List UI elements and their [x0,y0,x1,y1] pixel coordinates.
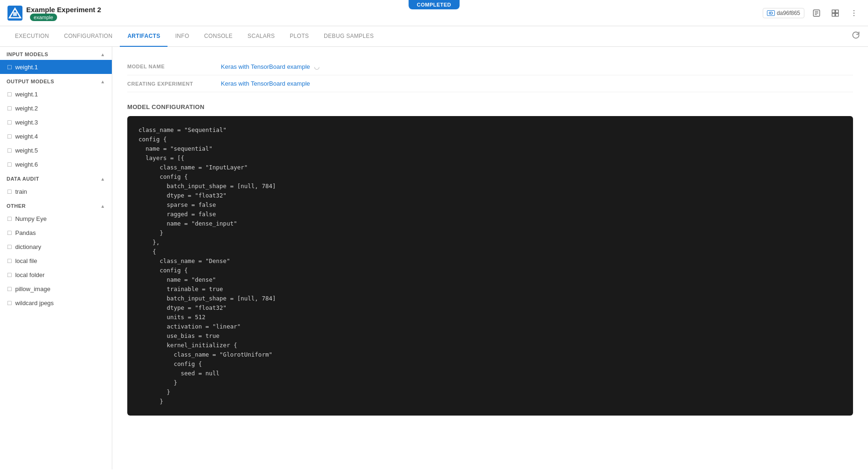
sidebar-section-data-audit[interactable]: DATA AUDIT ▲ [0,171,112,184]
sidebar-item-numpy-eye[interactable]: □ Numpy Eye [0,212,112,226]
sidebar-section-input-models[interactable]: INPUT MODELS ▲ [0,47,112,60]
svg-rect-9 [832,13,835,16]
creating-experiment-label: CREATING EXPERIMENT [127,75,221,92]
tab-scalars[interactable]: SCALARS [240,26,282,47]
file-icon: □ [7,188,11,195]
sidebar-item-label: weight.1 [15,91,37,98]
file-icon: □ [7,132,11,140]
sidebar-item-pandas[interactable]: □ Pandas [0,226,112,240]
sidebar-item-label: weight.4 [15,133,37,140]
notes-icon-button[interactable] [810,7,823,20]
sidebar-item-label: wildcard jpegs [15,300,53,307]
svg-rect-8 [836,10,839,13]
sidebar-item-weight1-out[interactable]: □ weight.1 [0,87,112,101]
sidebar-item-train[interactable]: □ train [0,184,112,198]
svg-point-12 [853,12,854,13]
tab-debug-samples[interactable]: DEBUG SAMPLES [316,26,381,47]
svg-rect-7 [832,10,835,13]
app-logo [7,6,22,21]
top-bar: Example Experiment 2 example COMPLETED I… [0,0,868,26]
file-icon: □ [7,215,11,222]
code-content: class_name = "Sequential" config { name … [139,125,842,406]
layout-icon-button[interactable] [829,7,842,20]
creating-experiment-value: Keras with TensorBoard example [221,75,853,92]
file-icon: □ [7,243,11,250]
file-icon: □ [7,257,11,264]
sidebar-item-weight3-out[interactable]: □ weight.3 [0,115,112,129]
creating-experiment-link[interactable]: Keras with TensorBoard example [221,80,310,87]
file-icon: □ [7,271,11,278]
completed-badge: COMPLETED [408,0,460,9]
sidebar-item-label: weight.6 [15,161,37,168]
top-bar-right: ID da96f865 [763,7,861,20]
copy-icon[interactable]: ◡ [314,63,320,70]
sidebar-item-label: local file [15,257,37,264]
tabs-bar: EXECUTION CONFIGURATION ARTIFACTS INFO C… [0,26,868,47]
sidebar-item-local-folder[interactable]: □ local folder [0,268,112,282]
tab-execution[interactable]: EXECUTION [7,26,57,47]
svg-rect-2 [13,12,17,16]
svg-point-11 [853,10,854,11]
file-icon: □ [7,90,11,98]
sidebar-item-label: train [15,188,27,195]
sidebar-item-label: weight.3 [15,119,37,126]
menu-icon-button[interactable] [847,7,861,20]
creating-experiment-row: CREATING EXPERIMENT Keras with TensorBoa… [127,75,853,92]
sidebar-item-weight6-out[interactable]: □ weight.6 [0,157,112,171]
model-name-label: MODEL NAME [127,58,221,75]
file-icon: □ [7,104,11,112]
id-label: ID [767,10,775,16]
tab-console[interactable]: CONSOLE [197,26,240,47]
sidebar-item-label: weight.2 [15,105,37,112]
sidebar-item-weight2-out[interactable]: □ weight.2 [0,101,112,115]
model-config-title: MODEL CONFIGURATION [127,103,853,110]
file-icon: □ [7,285,11,292]
sidebar-item-label: pillow_image [15,285,50,292]
experiment-title: Example Experiment 2 [26,6,101,14]
code-block[interactable]: class_name = "Sequential" config { name … [127,116,853,416]
sidebar-item-label: Pandas [15,229,36,236]
model-config-section: MODEL CONFIGURATION class_name = "Sequen… [127,103,853,416]
model-info-table: MODEL NAME Keras with TensorBoard exampl… [127,58,853,92]
sidebar-item-weight1-input[interactable]: □ weight.1 [0,60,112,74]
file-icon: □ [7,299,11,307]
main-layout: INPUT MODELS ▲ □ weight.1 OUTPUT MODELS … [0,47,868,469]
input-models-label: INPUT MODELS [7,51,48,57]
sidebar-item-label: dictionary [15,243,41,250]
tab-plots[interactable]: PLOTS [282,26,316,47]
id-value: da96f865 [777,10,800,16]
sidebar-item-dictionary[interactable]: □ dictionary [0,240,112,254]
tab-info[interactable]: INFO [168,26,197,47]
sidebar-item-pillow-image[interactable]: □ pillow_image [0,282,112,296]
other-chevron: ▲ [101,204,105,209]
refresh-icon-button[interactable] [851,30,861,42]
input-models-chevron: ▲ [101,52,105,57]
svg-point-13 [853,15,854,16]
sidebar-item-label: Numpy Eye [15,215,46,222]
file-icon: □ [7,63,11,71]
model-name-link[interactable]: Keras with TensorBoard example [221,63,310,70]
id-badge: ID da96f865 [763,8,804,18]
file-icon: □ [7,146,11,154]
sidebar-item-label: local folder [15,271,44,278]
file-icon: □ [7,161,11,168]
data-audit-chevron: ▲ [101,176,105,182]
tab-configuration[interactable]: CONFIGURATION [57,26,120,47]
example-badge: example [30,14,57,21]
sidebar-item-local-file[interactable]: □ local file [0,254,112,268]
sidebar-item-label: weight.1 [15,64,37,71]
other-label: OTHER [7,203,26,209]
data-audit-label: DATA AUDIT [7,176,39,182]
content-area: MODEL NAME Keras with TensorBoard exampl… [112,47,868,469]
file-icon: □ [7,118,11,126]
sidebar-item-wildcard-jpegs[interactable]: □ wildcard jpegs [0,296,112,310]
sidebar-item-weight5-out[interactable]: □ weight.5 [0,143,112,157]
sidebar-item-weight4-out[interactable]: □ weight.4 [0,129,112,143]
model-name-value: Keras with TensorBoard example ◡ [221,58,853,75]
sidebar-section-other[interactable]: OTHER ▲ [0,198,112,212]
sidebar-section-output-models[interactable]: OUTPUT MODELS ▲ [0,74,112,87]
tab-artifacts[interactable]: ARTIFACTS [120,26,168,47]
sidebar: INPUT MODELS ▲ □ weight.1 OUTPUT MODELS … [0,47,112,469]
output-models-label: OUTPUT MODELS [7,79,54,84]
model-name-row: MODEL NAME Keras with TensorBoard exampl… [127,58,853,75]
